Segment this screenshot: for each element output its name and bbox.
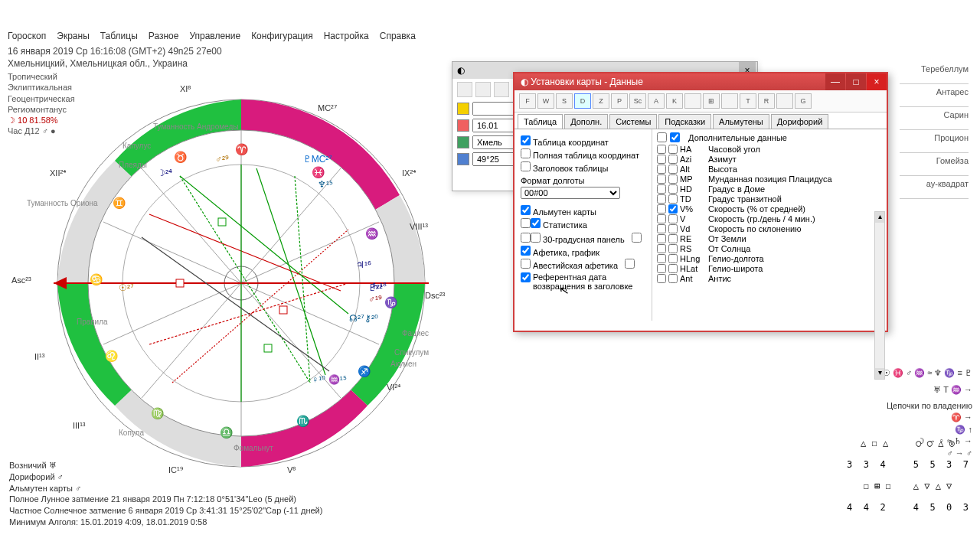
longitude-format-select[interactable]: 00#00 [521, 187, 620, 199]
svg-text:♀¹⁰ ♒¹⁵: ♀¹⁰ ♒¹⁵ [312, 373, 346, 385]
almuten-check[interactable] [521, 205, 531, 215]
svg-text:♌: ♌ [105, 350, 119, 363]
settings-tabs[interactable]: ТаблицаДополн.СистемыПодсказкиАльмутеныД… [514, 112, 887, 129]
right-star-list: ТеребеллумАнтаресСаринПроционГомейзаау-к… [900, 61, 969, 199]
tab-3[interactable]: Подсказки [658, 114, 711, 129]
extra-Alt[interactable]: AltВысота [657, 165, 882, 174]
menu-Разное[interactable]: Разное [149, 31, 179, 41]
svg-text:♉: ♉ [174, 151, 188, 164]
svg-text:♃¹⁶: ♃¹⁶ [356, 259, 371, 270]
avestian-check[interactable] [521, 259, 531, 269]
menu-Таблицы[interactable]: Таблицы [100, 31, 138, 41]
tab-1[interactable]: Дополн. [564, 114, 608, 129]
table-header-check[interactable] [521, 161, 531, 171]
svg-rect-26 [264, 344, 272, 352]
svg-text:♍: ♍ [151, 407, 165, 420]
stat-check[interactable] [531, 218, 541, 228]
menu-Конфигурация[interactable]: Конфигурация [251, 31, 313, 41]
extra-Azi[interactable]: AziАзимут [657, 155, 882, 164]
minimize-button[interactable]: — [825, 73, 845, 90]
extra-RS[interactable]: RSОт Солнца [657, 244, 882, 253]
extra-data-list: Дополнительные данные HAЧасовой угол Azi… [652, 129, 887, 321]
svg-text:♄¹⁸: ♄¹⁸ [371, 281, 387, 292]
svg-text:♑: ♑ [384, 296, 398, 309]
natal-chart: ☽²⁴ ♂²⁹ ♆¹⁵ ☉²⁷ ♃¹⁶ ♂¹⁹ ☊²⁷⚷²⁰ ♀¹⁰ ♒¹⁵ ♇… [27, 77, 456, 474]
svg-text:♇MC²⁷: ♇MC²⁷ [303, 154, 333, 165]
menu-Гороскоп[interactable]: Гороскоп [8, 31, 46, 41]
afetics-check[interactable] [521, 246, 531, 256]
svg-text:♎: ♎ [220, 426, 234, 439]
asc-label: Asc²³ [11, 276, 31, 285]
refdate-check[interactable] [521, 272, 531, 282]
menu-Настройка[interactable]: Настройка [324, 31, 369, 41]
coord-table-check[interactable] [521, 135, 531, 145]
orb-icon: ◐ [457, 65, 465, 76]
extra-V[interactable]: VСкорость (гр./день / 4 мин.) [657, 214, 882, 223]
extra-TD[interactable]: TDГрадус транзитной [657, 194, 882, 204]
extra-HLat[interactable]: HLatГелио-широта [657, 264, 882, 273]
svg-text:♂²⁹: ♂²⁹ [215, 154, 229, 165]
tab-5[interactable]: Дорифорий [771, 114, 829, 129]
svg-text:☉²⁷: ☉²⁷ [119, 282, 134, 293]
settings-titlebar[interactable]: ◐ Установки карты - Данные — □ × [514, 73, 887, 90]
bottom-info: Возничий ♅ Дорифорий ♂ Альмутен карты ♂ … [9, 460, 322, 528]
svg-text:♒: ♒ [365, 227, 379, 240]
main-menu[interactable]: ГороскопЭкраныТаблицыРазноеУправлениеКон… [8, 31, 416, 41]
menu-Экраны[interactable]: Экраны [57, 31, 89, 41]
svg-text:♋: ♋ [90, 273, 103, 286]
element-counts: △ ☐ △ ○ ○ △ ◎ 3 3 4 5 5 3 7 ☐ ⊞ ☐ △ ▽ △ … [847, 427, 969, 523]
svg-text:♆¹⁵: ♆¹⁵ [318, 179, 333, 190]
maximize-button[interactable]: □ [846, 73, 866, 90]
tab-2[interactable]: Системы [609, 114, 657, 129]
extra-RE[interactable]: REОт Земли [657, 234, 882, 243]
scrollbar[interactable]: ▴▾ [874, 211, 885, 380]
extra-MP[interactable]: MPМунданная позиция Плацидуса [657, 174, 882, 184]
extra-HD[interactable]: HDГрадус в Доме [657, 184, 882, 194]
header-datetime: 16 января 2019 Ср 16:16:08 (GMT+2) 49n25… [8, 46, 222, 70]
svg-rect-24 [279, 306, 287, 314]
extra-Ant[interactable]: AntАнтис [657, 274, 882, 283]
svg-text:♈: ♈ [235, 143, 249, 156]
svg-text:♂¹⁹: ♂¹⁹ [368, 294, 382, 305]
settings-toolbar[interactable]: FWSDZPScAK⊞TRG [514, 90, 887, 112]
svg-text:♓: ♓ [312, 166, 325, 179]
menu-Справка[interactable]: Справка [380, 31, 416, 41]
app-icon: ◐ [521, 77, 528, 87]
extra-HLng[interactable]: HLngГелио-долгота [657, 254, 882, 263]
svg-text:♐: ♐ [358, 365, 371, 378]
full-table-check[interactable] [521, 148, 531, 158]
svg-text:♏: ♏ [296, 415, 310, 428]
svg-rect-23 [176, 279, 184, 287]
close-button[interactable]: × [867, 73, 887, 90]
menu-Управление[interactable]: Управление [189, 31, 240, 41]
tab-0[interactable]: Таблица [518, 114, 563, 129]
svg-text:♊: ♊ [113, 197, 126, 210]
svg-text:☊²⁷⚷²⁰: ☊²⁷⚷²⁰ [349, 313, 378, 324]
svg-rect-25 [218, 218, 226, 226]
extra-V%[interactable]: V%Скорость (% от средней) [657, 204, 882, 214]
deg30-check[interactable] [531, 233, 541, 243]
svg-text:☽²⁴: ☽²⁴ [157, 168, 172, 178]
extra-Vd[interactable]: VdСкорость по склонению [657, 224, 882, 233]
table-options: Таблица координат Полная таблица координ… [514, 129, 652, 321]
extra-HA[interactable]: HAЧасовой угол [657, 145, 882, 154]
tab-4[interactable]: Альмутены [713, 114, 769, 129]
